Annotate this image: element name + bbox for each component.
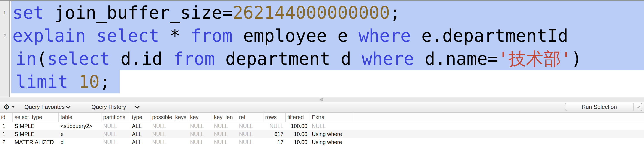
- cell-Extra[interactable]: NULL: [310, 122, 353, 130]
- code-token-kw: limit: [16, 72, 68, 92]
- query-history-button[interactable]: Query History: [92, 102, 126, 112]
- cell-rows[interactable]: 17: [264, 138, 286, 146]
- cell-ref[interactable]: NULL: [237, 122, 264, 130]
- cell-ref[interactable]: NULL: [237, 130, 264, 138]
- cell-id[interactable]: 1: [0, 122, 13, 130]
- chevron-down-icon: [66, 104, 70, 109]
- query-favorites-button[interactable]: Query Favorites: [24, 102, 65, 112]
- line-number: 2: [0, 24, 9, 47]
- cell-id[interactable]: 1: [0, 130, 13, 138]
- code-token-kw: explain: [12, 26, 86, 46]
- cell-possible_keys[interactable]: NULL: [150, 130, 188, 138]
- cell-select_type[interactable]: SIMPLE: [13, 122, 59, 130]
- code-token-num: 10: [78, 72, 100, 92]
- run-selection-label: Run Selection: [566, 104, 633, 110]
- table-row[interactable]: 2MATERIALIZEDdNULLALLNULLNULLNULLNULL171…: [0, 138, 644, 146]
- table-row[interactable]: 1SIMPLEeNULLALLNULLNULLNULLNULL61710.00U…: [0, 130, 644, 138]
- cell-key_len[interactable]: NULL: [212, 130, 237, 138]
- run-selection-button[interactable]: Run Selection: [565, 103, 642, 111]
- results-table-body: 1SIMPLE<subquery2>NULLALLNULLNULLNULLNUL…: [0, 122, 644, 146]
- cell-filtered[interactable]: 10.00: [286, 138, 310, 146]
- column-header-partitions[interactable]: partitions: [102, 113, 130, 122]
- cell-partitions[interactable]: NULL: [102, 138, 130, 146]
- column-header-key[interactable]: key: [188, 113, 212, 122]
- editor-line-number-gutter: 12: [0, 1, 10, 97]
- cell-Extra[interactable]: Using where: [310, 130, 353, 138]
- line-number: 1: [0, 1, 9, 24]
- code-token-plain: ;: [100, 72, 110, 92]
- cell-table[interactable]: <subquery2>: [59, 122, 102, 130]
- caret-down-icon: [12, 106, 15, 108]
- code-token-plain: join_buffer_size=: [44, 2, 233, 23]
- cell-rows[interactable]: NULL: [264, 122, 286, 130]
- chevron-down-icon: [135, 104, 140, 109]
- column-header-select_type[interactable]: select_type: [13, 113, 59, 122]
- query-history-label: Query History: [92, 104, 126, 110]
- table-row[interactable]: 1SIMPLE<subquery2>NULLALLNULLNULLNULLNUL…: [0, 122, 644, 130]
- column-header-type[interactable]: type: [130, 113, 150, 122]
- code-token-plain: d.name=: [414, 49, 498, 69]
- cell-select_type[interactable]: MATERIALIZED: [13, 138, 59, 146]
- column-header-table[interactable]: table: [59, 113, 102, 122]
- cell-key_len[interactable]: NULL: [212, 138, 237, 146]
- code-line[interactable]: explain select * from employee e where e…: [11, 24, 644, 47]
- cell-partitions[interactable]: NULL: [102, 122, 130, 130]
- splitter-drag-handle-icon[interactable]: [320, 98, 323, 101]
- cell-filtered[interactable]: 100.00: [286, 122, 310, 130]
- gear-icon: ⚙: [4, 103, 10, 111]
- cell-table[interactable]: e: [59, 130, 102, 138]
- column-header-Extra[interactable]: Extra: [310, 113, 353, 122]
- pane-splitter[interactable]: [0, 97, 644, 102]
- line-number: [0, 70, 9, 93]
- cell-possible_keys[interactable]: NULL: [150, 122, 188, 130]
- column-header-filtered[interactable]: filtered: [286, 113, 310, 122]
- code-token-plain: *: [159, 26, 191, 46]
- code-token-plain: d.id: [110, 49, 173, 69]
- code-token-plain: ): [571, 49, 582, 69]
- cell-type[interactable]: ALL: [130, 138, 150, 146]
- code-token-plain: e.departmentId: [411, 26, 568, 46]
- cell-rows[interactable]: 617: [264, 130, 286, 138]
- line-number: [0, 47, 9, 70]
- code-token-num: 262144000000000: [232, 2, 390, 23]
- code-token-str: '技术部': [498, 49, 571, 69]
- code-token-kw: set: [12, 2, 44, 23]
- cell-filtered[interactable]: 10.00: [286, 130, 310, 138]
- column-header-possible_keys[interactable]: possible_keys: [150, 113, 188, 122]
- cell-type[interactable]: ALL: [130, 122, 150, 130]
- results-header-row: idselect_typetablepartitionstypepossible…: [0, 113, 644, 122]
- cell-select_type[interactable]: SIMPLE: [13, 130, 59, 138]
- code-token-kw: from: [191, 26, 233, 46]
- cell-key[interactable]: NULL: [188, 122, 212, 130]
- query-favorites-chevron[interactable]: [66, 102, 69, 112]
- code-token-plain: department d: [215, 49, 362, 69]
- cell-id[interactable]: 2: [0, 138, 13, 146]
- code-token-plain: ;: [390, 2, 400, 23]
- query-history-chevron[interactable]: [135, 102, 138, 112]
- cell-possible_keys[interactable]: NULL: [150, 138, 188, 146]
- cell-key[interactable]: NULL: [188, 138, 212, 146]
- gear-menu-button[interactable]: ⚙: [4, 102, 15, 112]
- code-line[interactable]: in(select d.id from department d where d…: [11, 47, 644, 70]
- code-token-kw: in: [16, 49, 36, 69]
- cell-partitions[interactable]: NULL: [102, 130, 130, 138]
- cell-table[interactable]: d: [59, 138, 102, 146]
- cell-key[interactable]: NULL: [188, 130, 212, 138]
- code-line[interactable]: set join_buffer_size=262144000000000;: [11, 1, 644, 24]
- column-header-key_len[interactable]: key_len: [212, 113, 237, 122]
- run-options-split-button[interactable]: [633, 103, 642, 111]
- sql-client-window: 12 set join_buffer_size=262144000000000;…: [0, 0, 644, 146]
- cell-ref[interactable]: NULL: [237, 138, 264, 146]
- column-header-rows[interactable]: rows: [264, 113, 286, 122]
- column-header-ref[interactable]: ref: [237, 113, 264, 122]
- sql-editor[interactable]: 12 set join_buffer_size=262144000000000;…: [0, 1, 644, 97]
- cell-type[interactable]: ALL: [130, 130, 150, 138]
- editor-code-area[interactable]: set join_buffer_size=262144000000000;exp…: [10, 1, 644, 97]
- cell-key_len[interactable]: NULL: [212, 122, 237, 130]
- code-line[interactable]: limit 10;: [11, 70, 120, 93]
- code-token-kw: from: [173, 49, 215, 69]
- cell-Extra[interactable]: Using where: [310, 138, 353, 146]
- column-header-id[interactable]: id: [0, 113, 13, 122]
- code-token-kw: select: [47, 49, 110, 69]
- query-toolbar: ⚙ Query Favorites Query History: [0, 102, 644, 113]
